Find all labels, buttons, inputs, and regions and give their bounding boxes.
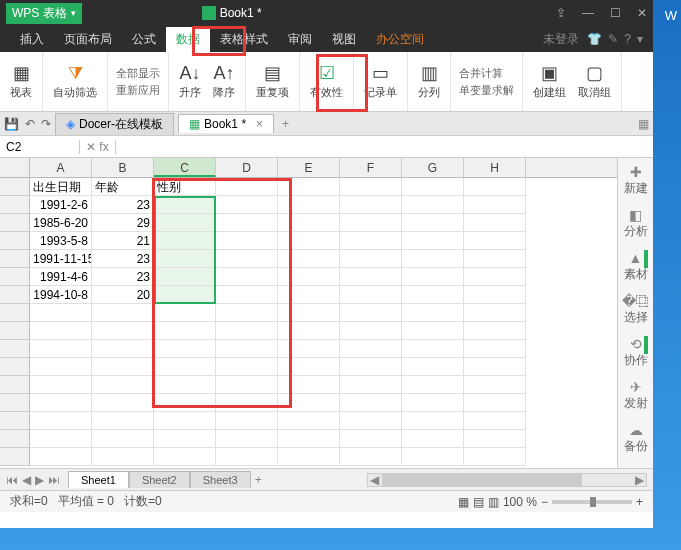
sheet2-tab[interactable]: Sheet2 [129,471,190,488]
cell[interactable] [30,358,92,376]
cell[interactable]: 1991-2-6 [30,196,92,214]
cell[interactable] [402,358,464,376]
filter-button[interactable]: ⧩ 自动筛选 [49,61,101,102]
minimize-ribbon-icon[interactable]: ▾ [637,32,643,46]
cell[interactable] [154,376,216,394]
cell[interactable] [340,394,402,412]
cell[interactable] [30,394,92,412]
save-icon[interactable]: 💾 [4,117,19,131]
cell[interactable] [464,232,526,250]
menu-insert[interactable]: 插入 [10,27,54,52]
menu-view[interactable]: 视图 [322,27,366,52]
cell[interactable] [278,214,340,232]
cell[interactable] [340,250,402,268]
cell[interactable]: 29 [92,214,154,232]
cell[interactable] [340,376,402,394]
cell[interactable] [154,232,216,250]
reapply-button[interactable]: 重新应用 [114,82,162,99]
cell[interactable] [154,412,216,430]
cell[interactable] [92,358,154,376]
cell[interactable] [464,376,526,394]
cell[interactable] [278,178,340,196]
cell[interactable] [464,430,526,448]
cell[interactable] [30,376,92,394]
row-header[interactable] [0,268,30,286]
cell[interactable] [154,340,216,358]
row-header[interactable] [0,448,30,466]
cell[interactable] [340,286,402,304]
cell[interactable] [216,196,278,214]
cell[interactable] [402,304,464,322]
cell[interactable] [402,376,464,394]
cell[interactable] [216,250,278,268]
login-status[interactable]: 未登录 [543,31,579,48]
cell[interactable] [216,448,278,466]
col-header-a[interactable]: A [30,158,92,177]
sheet-prev-icon[interactable]: ◀ [22,473,31,487]
row-header[interactable] [0,340,30,358]
cell[interactable] [216,268,278,286]
cell[interactable] [154,250,216,268]
undo-icon[interactable]: ↶ [25,117,35,131]
view-normal-icon[interactable]: ▦ [458,495,469,509]
duplicates-button[interactable]: ▤ 重复项 [252,61,293,102]
cell[interactable] [278,394,340,412]
cell[interactable] [340,412,402,430]
sort-asc-button[interactable]: A↓ 升序 [175,61,205,102]
view-break-icon[interactable]: ▥ [488,495,499,509]
scroll-right-icon[interactable]: ▶ [635,473,644,487]
cell[interactable] [92,340,154,358]
cell[interactable] [278,412,340,430]
menu-style[interactable]: 表格样式 [210,27,278,52]
row-header[interactable] [0,322,30,340]
cell[interactable] [216,322,278,340]
cell[interactable] [402,286,464,304]
cell[interactable] [154,322,216,340]
cell[interactable] [278,196,340,214]
cell[interactable] [464,322,526,340]
col-header-g[interactable]: G [402,158,464,177]
cell[interactable] [30,340,92,358]
row-header[interactable] [0,250,30,268]
group-button[interactable]: ▣ 创建组 [529,61,570,102]
cell[interactable]: 20 [92,286,154,304]
sheet-next-icon[interactable]: ▶ [35,473,44,487]
row-header[interactable] [0,376,30,394]
cell[interactable]: 出生日期 [30,178,92,196]
sort-desc-button[interactable]: A↑ 降序 [209,61,239,102]
cell[interactable] [340,304,402,322]
cell[interactable] [340,340,402,358]
cell[interactable] [464,358,526,376]
cell[interactable] [154,304,216,322]
cell[interactable] [216,178,278,196]
row-header[interactable] [0,178,30,196]
cell[interactable] [402,214,464,232]
col-header-f[interactable]: F [340,158,402,177]
cell[interactable]: 21 [92,232,154,250]
menu-review[interactable]: 审阅 [278,27,322,52]
cell[interactable] [464,286,526,304]
cell[interactable] [92,430,154,448]
cell[interactable] [278,304,340,322]
cell[interactable] [464,196,526,214]
cell[interactable]: 1991-4-6 [30,268,92,286]
cell[interactable] [154,214,216,232]
form-button[interactable]: ▭ 记录单 [360,61,401,102]
cell[interactable] [402,448,464,466]
cell[interactable] [464,268,526,286]
cell[interactable]: 1985-6-20 [30,214,92,232]
cell[interactable]: 23 [92,196,154,214]
name-box[interactable]: C2 [0,140,80,154]
cell[interactable] [154,358,216,376]
cell[interactable] [464,394,526,412]
show-all-button[interactable]: 全部显示 [114,65,162,82]
cell[interactable] [92,322,154,340]
sheet-last-icon[interactable]: ⏭ [48,473,60,487]
cell[interactable] [278,358,340,376]
text-to-columns-button[interactable]: ▥ 分列 [414,61,444,102]
ungroup-button[interactable]: ▢ 取消组 [574,61,615,102]
horizontal-scrollbar[interactable]: ◀ ▶ [367,473,647,487]
row-header[interactable] [0,358,30,376]
scroll-thumb[interactable] [382,474,582,486]
cell[interactable] [92,394,154,412]
